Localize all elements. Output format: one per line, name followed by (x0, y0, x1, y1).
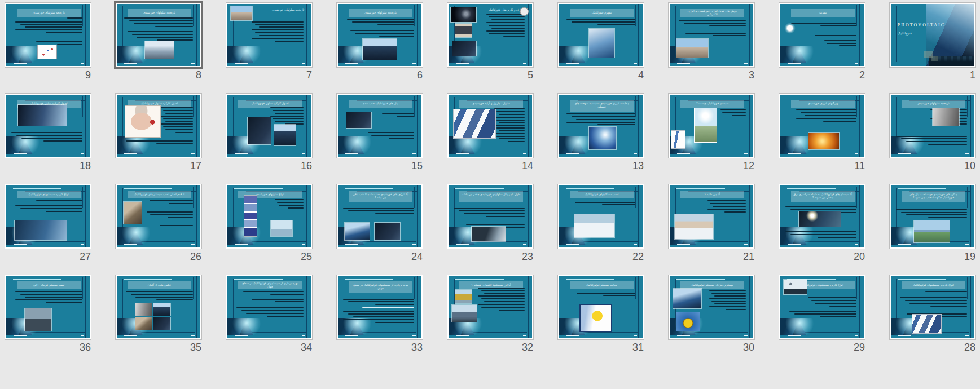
photo-sun-grid-image (799, 211, 841, 226)
slide-thumbnail-14[interactable]: سلول ، ماژول و آرایه خورشیدی (447, 94, 533, 158)
frame-line (749, 95, 750, 157)
frame-line (193, 5, 194, 26)
slide-thumbnail-25[interactable]: انواع سلولهای خورشیدی (226, 184, 312, 249)
slide-thumbnail-6[interactable]: تاریخچه سلولهای خورشیدی (337, 3, 423, 67)
slide-canvas: تاریخچه سلولهای خورشیدی (338, 4, 421, 66)
body-text-line (724, 211, 745, 213)
frame-line (856, 5, 857, 26)
frame-line (82, 277, 83, 298)
body-text-line (722, 112, 745, 113)
frame-line (196, 185, 197, 247)
slide-canvas: آیا این سیستمها اقتصادی هستند ؟ (449, 276, 532, 338)
slide-thumbnail-1[interactable]: PHOTOVOLTAICفتوولتائیک (890, 3, 975, 67)
slide-thumbnail-18[interactable]: اصول کارکرد سلول فوتوولتائیک (5, 94, 91, 158)
footer-dash (855, 63, 858, 64)
frame-line (306, 185, 307, 247)
slide-thumbnail-13[interactable]: مقایسه انرژی خورشیدی نسبت به سوخت های فس… (558, 94, 644, 158)
slide-cell: انواع کاربرد سیستمهای فوتوولتائیک29 (779, 275, 865, 353)
slide-cell: بهره برداری از سیستمهای فوتوولتائیک در س… (337, 275, 423, 353)
slide-thumbnail-20[interactable]: آیا سیستم های فوتوولتائیک به شبکه سراسری… (779, 184, 865, 249)
slide-thumbnail-11[interactable]: ویژگیهای انرژی خورشیدی (779, 94, 865, 158)
slide-thumbnail-4[interactable]: مفهوم فتوولتائیک (558, 3, 644, 67)
photo-snow-image (574, 214, 614, 238)
slide-cell: روش های تبدیل انرژی خورشیدی به انرژی الک… (669, 3, 754, 81)
slide-thumbnail-22[interactable]: نصب دستگاههای فوتوولتائیک (558, 184, 644, 249)
body-text-line (375, 213, 414, 214)
body-text-line (132, 34, 192, 35)
frame-line (898, 279, 946, 280)
slide-thumbnail-27[interactable]: انواع کاربرد سیستمهای فوتوولتائیک (5, 184, 91, 249)
body-text-line (155, 26, 193, 27)
slide-thumbnail-19[interactable]: مکان های خورشیدی جهت نصب پنل های فتوولتا… (890, 184, 975, 249)
slide-thumbnail-5[interactable]: مصارف و کاربردهای فتوولتائیک (447, 3, 533, 67)
photo-worker-image (124, 202, 142, 224)
frame-line (638, 185, 639, 247)
body-text-line (811, 300, 856, 301)
sun-cartoon-image (581, 305, 610, 331)
body-text-line (726, 309, 746, 310)
body-text-line (273, 118, 304, 119)
slide-canvas: روش های تبدیل انرژی خورشیدی به انرژی الک… (670, 4, 753, 66)
footer-dash (191, 244, 195, 245)
slide-canvas: آیا انرژی های خورشیدی جذب شده تا شب باقی… (338, 185, 421, 247)
slide-thumbnail-17[interactable]: اصول کارکرد سلول فوتوولتائیک (116, 94, 201, 158)
slide-thumbnail-30[interactable]: مهمترین مزایای سیستم فوتوولتائیک (669, 275, 754, 339)
frame-line (306, 4, 307, 66)
slide-thumbnail-31[interactable]: معایب سیستم فوتوولتائیک (558, 275, 644, 339)
frame-line (528, 185, 529, 247)
slide-thumbnail-34[interactable]: بهره برداری از سیستمهای فوتوولتائیک در س… (226, 275, 312, 339)
photo-landscape-image (914, 220, 949, 243)
slide-thumbnail-9[interactable]: تاریخچه سلولهای خورشیدی (5, 3, 91, 67)
slide-thumbnail-12[interactable]: سیستم فتوولتائیک چیست ؟ (669, 94, 754, 158)
frame-line (234, 98, 283, 98)
slide-thumbnail-26[interactable]: 3 قدم اصلی نصب سیستم های فوتوولتائیک (116, 184, 201, 249)
slide-thumbnail-23[interactable]: طول عمر پانل سلولهای خورشیدی چقدر می باش… (447, 184, 533, 249)
slide-thumbnail-33[interactable]: بهره برداری از سیستمهای فوتوولتائیک در س… (337, 275, 423, 339)
footer-dash (456, 244, 468, 245)
photo-panel-sky2-image (345, 223, 370, 240)
photo-pano-image (18, 105, 67, 126)
slide-thumbnail-21[interactable]: آیا می دانید ؟ (669, 184, 754, 249)
body-text-line (489, 25, 524, 26)
frame-line (787, 188, 836, 189)
slide-cell: انواع سلولهای خورشیدی25 (226, 184, 312, 262)
slide-thumbnail-35[interactable]: عکس هایی از آلمان (116, 275, 201, 339)
slide-cell: مقایسه انرژی خورشیدی نسبت به سوخت های فس… (558, 94, 644, 171)
slide-canvas: سلول ، ماژول و آرایه خورشیدی (449, 95, 532, 157)
frame-line (970, 276, 971, 338)
slide-thumbnail-2[interactable]: مقدمه (779, 3, 865, 67)
footer-dash (14, 153, 26, 154)
slide-thumbnail-7[interactable]: تاریخچه سلولهای خورشیدی (226, 3, 312, 67)
body-text-line (711, 301, 746, 302)
body-text-line (925, 291, 967, 292)
slide-thumbnail-36[interactable]: نصب سیستم کوچک - ژاپن (5, 275, 91, 339)
photo-mountain-image (452, 305, 477, 322)
body-text-line (709, 298, 746, 299)
frame-line (196, 95, 197, 157)
slide-thumbnail-29[interactable]: انواع کاربرد سیستمهای فوتوولتائیک (779, 275, 865, 339)
slide-thumbnail-32[interactable]: آیا این سیستمها اقتصادی هستند ؟ (447, 275, 533, 339)
body-text-line (163, 126, 192, 127)
slide-thumbnail-24[interactable]: آیا انرژی های خورشیدی جذب شده تا شب باقی… (337, 184, 423, 249)
slide-cell: اصول کارکرد سلول فوتوولتائیک17 (116, 94, 201, 171)
body-text-line (478, 295, 525, 297)
footer-dash (898, 244, 911, 245)
footer-dash (523, 63, 526, 64)
body-text-line (20, 294, 82, 295)
frame-line (676, 188, 725, 189)
slide-thumbnail-16[interactable]: اصول کارکرد سلول فوتوولتائیک (226, 94, 312, 158)
footer-dash (456, 153, 468, 154)
body-text-line (824, 40, 856, 41)
slide-canvas: سیستم فتوولتائیک چیست ؟ (670, 95, 753, 157)
slide-thumbnail-15[interactable]: پنل های فتوولتائیک نصب شده (337, 94, 423, 158)
body-text-line (801, 112, 856, 113)
slide-thumbnail-3[interactable]: روش های تبدیل انرژی خورشیدی به انرژی الک… (669, 3, 754, 67)
slide-thumbnail-28[interactable]: انواع کاربرد سیستمهای فوتوولتائیک (890, 275, 975, 339)
slide-thumbnail-10[interactable]: تاریخچه سلولهای خورشیدی (890, 94, 975, 158)
frame-line (345, 279, 393, 280)
footer-dash (124, 153, 137, 154)
slide-number: 15 (337, 160, 423, 171)
slide-thumbnail-8[interactable]: تاریخچه سلولهای خورشیدی (116, 3, 201, 67)
photo-sky-image (589, 29, 614, 58)
body-text-line (15, 299, 82, 300)
